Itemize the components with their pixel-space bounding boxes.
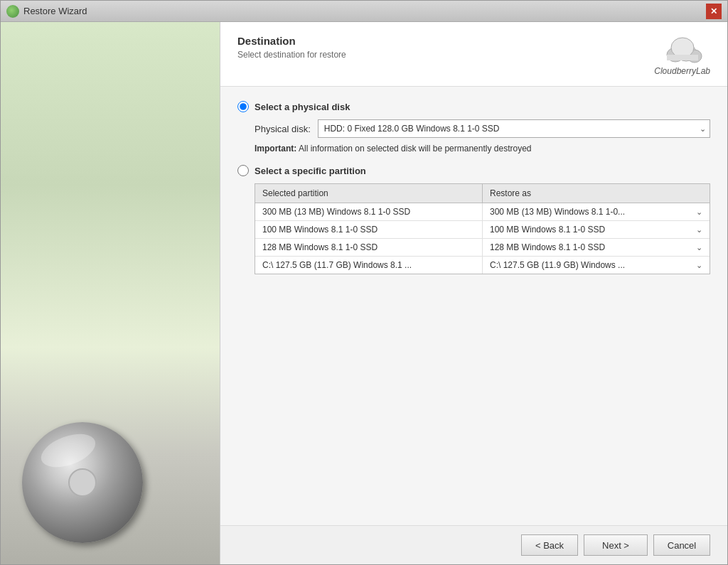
partition-section: Select a specific partition Selected par…	[237, 165, 710, 274]
table-row: 300 MB (13 MB) Windows 8.1 1-0 SSD300 MB…	[255, 203, 710, 221]
restore-dropdown-arrow-icon: ⌄	[696, 208, 702, 217]
important-label: Important:	[255, 144, 296, 154]
disc-inner	[68, 468, 97, 497]
col-restore-as: Restore as	[483, 184, 710, 203]
header-subtitle: Select destination for restore	[237, 50, 346, 60]
disk-dropdown-wrapper[interactable]: HDD: 0 Fixed 128.0 GB Windows 8.1 1-0 SS…	[318, 119, 710, 138]
partition-table-wrapper: Selected partition Restore as 300 MB (13…	[255, 183, 710, 274]
table-header-row: Selected partition Restore as	[255, 184, 710, 203]
header-text: Destination Select destination for resto…	[237, 35, 346, 60]
cloudberry-logo-icon	[661, 35, 704, 63]
restore-dropdown-arrow-icon: ⌄	[696, 261, 702, 270]
partition-cell: 128 MB Windows 8.1 1-0 SSD	[255, 239, 483, 257]
restore-as-cell[interactable]: C:\ 127.5 GB (11.9 GB) Windows ...⌄	[483, 257, 710, 274]
restore-as-cell[interactable]: 100 MB Windows 8.1 1-0 SSD⌄	[483, 221, 710, 239]
important-text: Important: All information on selected d…	[255, 144, 710, 154]
physical-disk-radio[interactable]	[237, 101, 249, 112]
restore-as-value: 128 MB Windows 8.1 1-0 SSD	[490, 242, 605, 252]
restore-as-cell[interactable]: 300 MB (13 MB) Windows 8.1 1-0...⌄	[483, 203, 710, 221]
physical-disk-radio-label[interactable]: Select a physical disk	[237, 101, 710, 112]
cancel-button[interactable]: Cancel	[653, 534, 710, 556]
disc-outer	[22, 422, 143, 543]
partition-cell: C:\ 127.5 GB (11.7 GB) Windows 8.1 ...	[255, 257, 483, 274]
partition-label: Select a specific partition	[255, 166, 366, 176]
restore-dropdown-arrow-icon: ⌄	[696, 243, 702, 252]
disc-shine	[37, 428, 100, 474]
sidebar-disc-illustration	[15, 401, 157, 543]
partition-cell: 100 MB Windows 8.1 1-0 SSD	[255, 221, 483, 239]
content-area: Select a physical disk Physical disk: HD…	[220, 87, 727, 525]
title-bar: Restore Wizard ✕	[1, 1, 727, 22]
title-bar-left: Restore Wizard	[6, 5, 87, 18]
close-button[interactable]: ✕	[706, 4, 722, 19]
restore-as-value: C:\ 127.5 GB (11.9 GB) Windows ...	[490, 260, 625, 270]
partition-radio-label[interactable]: Select a specific partition	[237, 165, 710, 176]
table-row: 100 MB Windows 8.1 1-0 SSD100 MB Windows…	[255, 221, 710, 239]
svg-point-3	[671, 38, 694, 58]
logo-text: CloudberryLab	[654, 66, 710, 76]
important-message: All information on selected disk will be…	[299, 144, 532, 154]
partition-cell: 300 MB (13 MB) Windows 8.1 1-0 SSD	[255, 203, 483, 221]
header-logo: CloudberryLab	[654, 35, 710, 76]
header: Destination Select destination for resto…	[220, 22, 727, 87]
physical-disk-label: Select a physical disk	[255, 102, 350, 112]
main-content: Destination Select destination for resto…	[1, 22, 727, 564]
footer: < Back Next > Cancel	[220, 525, 727, 564]
disk-select-row: Physical disk: HDD: 0 Fixed 128.0 GB Win…	[255, 119, 710, 138]
partition-radio[interactable]	[237, 165, 249, 176]
restore-as-value: 100 MB Windows 8.1 1-0 SSD	[490, 225, 605, 235]
table-row: C:\ 127.5 GB (11.7 GB) Windows 8.1 ...C:…	[255, 257, 710, 274]
next-button[interactable]: Next >	[584, 534, 648, 556]
table-row: 128 MB Windows 8.1 1-0 SSD128 MB Windows…	[255, 239, 710, 257]
app-icon	[6, 5, 19, 18]
col-selected-partition: Selected partition	[255, 184, 483, 203]
restore-as-cell[interactable]: 128 MB Windows 8.1 1-0 SSD⌄	[483, 239, 710, 257]
svg-rect-4	[667, 55, 698, 60]
physical-disk-section: Select a physical disk Physical disk: HD…	[237, 101, 710, 154]
back-button[interactable]: < Back	[521, 534, 578, 556]
partition-table: Selected partition Restore as 300 MB (13…	[255, 184, 710, 274]
disk-field-label: Physical disk:	[255, 124, 311, 134]
header-title: Destination	[237, 35, 346, 47]
sidebar	[1, 22, 220, 564]
disk-dropdown[interactable]: HDD: 0 Fixed 128.0 GB Windows 8.1 1-0 SS…	[318, 119, 710, 138]
restore-dropdown-arrow-icon: ⌄	[696, 225, 702, 235]
restore-wizard-window: Restore Wizard ✕ Destination Select dest…	[0, 0, 728, 565]
restore-as-value: 300 MB (13 MB) Windows 8.1 1-0...	[490, 207, 625, 217]
right-panel: Destination Select destination for resto…	[220, 22, 727, 564]
window-title: Restore Wizard	[23, 6, 87, 16]
